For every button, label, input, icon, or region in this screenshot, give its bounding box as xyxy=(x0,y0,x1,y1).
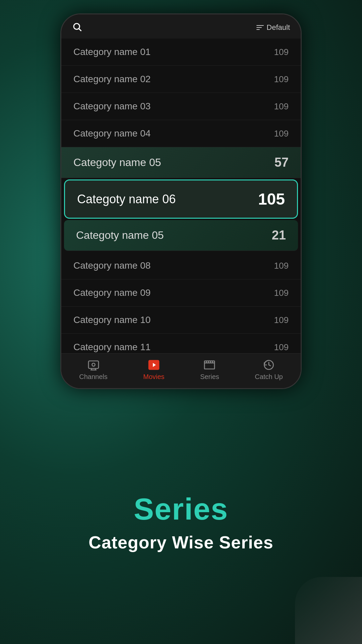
series-icon xyxy=(203,359,216,371)
nav-item-series[interactable]: Series xyxy=(200,359,219,381)
sort-label: Default xyxy=(266,23,290,32)
nav-label-series: Series xyxy=(200,373,219,381)
list-item[interactable]: Category name 01109 xyxy=(61,39,301,66)
item-name: Categoty name 05 xyxy=(73,156,161,169)
item-name: Category name 03 xyxy=(73,101,150,112)
item-name: Category name 09 xyxy=(73,287,150,298)
item-count: 105 xyxy=(258,190,285,208)
item-name: Category name 04 xyxy=(73,128,150,139)
item-name: Categoty name 05 xyxy=(76,229,164,241)
bottom-section: Series Category Wise Series xyxy=(88,389,273,644)
item-count: 109 xyxy=(274,261,289,271)
nav-item-channels[interactable]: Channels xyxy=(79,359,108,381)
svg-line-1 xyxy=(79,29,81,31)
item-count: 109 xyxy=(274,128,289,139)
list-item[interactable]: Categoty name 0557 xyxy=(61,147,301,178)
series-subtitle: Category Wise Series xyxy=(88,532,273,552)
svg-rect-7 xyxy=(204,361,215,369)
item-count: 109 xyxy=(274,288,289,298)
item-count: 21 xyxy=(272,228,286,243)
item-count: 109 xyxy=(274,47,289,57)
list-item[interactable]: Category name 04109 xyxy=(61,120,301,147)
nav-item-catchup[interactable]: Catch Up xyxy=(255,359,283,381)
sort-button[interactable]: Default xyxy=(256,23,290,32)
nav-label-catchup: Catch Up xyxy=(255,373,283,381)
item-count: 57 xyxy=(275,155,289,170)
list-item[interactable]: Categoty name 06105 xyxy=(64,179,298,219)
movies-icon xyxy=(147,359,161,371)
nav-label-channels: Channels xyxy=(79,373,108,381)
item-name: Category name 01 xyxy=(73,47,150,57)
item-count: 109 xyxy=(274,342,289,353)
category-list[interactable]: Category name 01109Category name 02109Ca… xyxy=(61,39,301,353)
corner-shape xyxy=(295,577,362,644)
svg-rect-2 xyxy=(88,361,99,369)
svg-point-0 xyxy=(74,23,80,30)
screen: Default Category name 01109Category name… xyxy=(61,14,301,388)
item-name: Category name 08 xyxy=(73,260,150,271)
item-count: 109 xyxy=(274,315,289,325)
item-name: Category name 10 xyxy=(73,315,150,325)
series-title: Series xyxy=(134,494,228,524)
list-item[interactable]: Category name 03109 xyxy=(61,93,301,120)
channels-icon xyxy=(87,359,100,371)
item-name: Category name 11 xyxy=(73,342,150,353)
list-item[interactable]: Category name 11109 xyxy=(61,334,301,353)
sort-icon xyxy=(256,25,264,30)
list-item[interactable]: Category name 10109 xyxy=(61,307,301,334)
item-count: 109 xyxy=(274,74,289,85)
item-name: Category name 02 xyxy=(73,74,150,85)
phone-frame: Default Category name 01109Category name… xyxy=(60,13,302,389)
nav-label-movies: Movies xyxy=(143,373,164,381)
list-item[interactable]: Categoty name 0521 xyxy=(64,220,298,251)
catchup-icon xyxy=(262,359,276,371)
item-name: Categoty name 06 xyxy=(77,192,176,206)
top-bar: Default xyxy=(61,14,301,39)
list-item[interactable]: Category name 08109 xyxy=(61,252,301,279)
list-item[interactable]: Category name 02109 xyxy=(61,66,301,93)
svg-point-4 xyxy=(92,363,95,366)
item-count: 109 xyxy=(274,101,289,112)
search-icon[interactable] xyxy=(72,22,82,33)
list-item[interactable]: Category name 09109 xyxy=(61,279,301,307)
nav-item-movies[interactable]: Movies xyxy=(143,359,164,381)
bottom-nav: ChannelsMoviesSeriesCatch Up xyxy=(61,353,301,388)
